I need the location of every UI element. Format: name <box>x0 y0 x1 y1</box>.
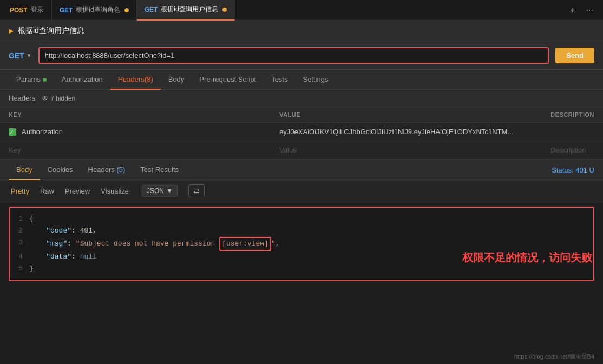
tab-params-label: Params <box>16 75 41 83</box>
line-num-4: 4 <box>10 251 29 263</box>
format-visualize[interactable]: Visualize <box>99 186 131 196</box>
url-bar: GET ▼ Send <box>0 42 603 70</box>
tab-body-label: Body <box>168 75 185 83</box>
tab-settings-label: Settings <box>303 75 328 83</box>
row1-key: Authorization <box>22 128 63 136</box>
tab-tests-label: Tests <box>271 75 287 83</box>
row1-value: eyJ0eXAiOiJKV1QiLCJhbGciOiJIUzI1NiJ9.eyJ… <box>271 123 542 141</box>
row2-value: Value <box>271 141 542 160</box>
response-test-results-label: Test Results <box>140 166 179 174</box>
eye-icon: 👁 <box>42 95 48 102</box>
wrap-button[interactable]: ⇄ <box>188 184 205 197</box>
response-headers-label: Headers <box>88 166 115 174</box>
headers-section-header: Headers 👁 7 hidden <box>0 90 603 107</box>
tab-authorization[interactable]: Authorization <box>54 70 110 90</box>
tab-actions: + ··· <box>567 3 601 17</box>
response-tab-headers[interactable]: Headers (5) <box>81 160 133 180</box>
code-line-3: 3 "msg": "Subject does not have permissi… <box>10 237 593 251</box>
response-cookies-label: Cookies <box>48 166 73 174</box>
method-dropdown-icon: ▼ <box>27 52 32 58</box>
url-input-wrapper <box>38 47 549 64</box>
code-content-3: "msg": "Subject does not have permission… <box>29 237 280 251</box>
tab-method-post: POST <box>10 6 28 14</box>
headers-label: Headers <box>9 94 35 102</box>
tab-pre-request-label: Pre-request Script <box>199 75 256 83</box>
more-tabs-button[interactable]: ··· <box>583 3 597 17</box>
col-value: VALUE <box>271 107 542 123</box>
tab-label-login: 登录 <box>31 5 44 15</box>
tab-body[interactable]: Body <box>161 70 192 90</box>
headers-table: KEY VALUE DESCRIPTION ✓ Authorization ey… <box>0 107 603 160</box>
format-pretty[interactable]: Pretty <box>9 186 31 196</box>
code-line-2: 2 "code": 401, <box>10 225 593 237</box>
response-body: Pretty Raw Preview Visualize JSON ▼ ⇄ 1 … <box>0 180 603 281</box>
tab-settings[interactable]: Settings <box>295 70 336 90</box>
tab-get-user[interactable]: GET 根据id查询用户信息 <box>137 0 235 21</box>
tab-post-login[interactable]: POST 登录 <box>2 0 52 21</box>
code-area: 1 { 2 "code": 401, 3 "msg": "Subject doe… <box>9 207 594 281</box>
format-select-arrow-icon: ▼ <box>166 187 173 195</box>
hidden-count: 👁 7 hidden <box>42 95 75 102</box>
row2-desc: Description <box>542 141 603 160</box>
code-line-1: 1 { <box>10 213 593 225</box>
response-bar: Body Cookies Headers (5) Test Results St… <box>0 160 603 180</box>
response-tab-body[interactable]: Body <box>9 160 40 180</box>
tab-method-get2: GET <box>145 6 158 14</box>
tab-label-role: 根据id查询角色 <box>76 5 120 15</box>
line-num-3: 3 <box>10 237 29 251</box>
request-title-text: 根据id查询用户信息 <box>18 26 84 36</box>
tab-headers[interactable]: Headers(8) <box>110 70 161 90</box>
table-row: ✓ Authorization eyJ0eXAiOiJKV1QiLCJhbGci… <box>0 123 603 141</box>
line-num-2: 2 <box>10 225 29 237</box>
title-arrow-icon: ▶ <box>9 27 14 35</box>
row2-key: Key <box>9 146 21 154</box>
code-content-2: "code": 401, <box>29 225 97 237</box>
tab-dot-user <box>222 8 227 12</box>
annotation-text: 权限不足的情况，访问失败 <box>462 250 592 265</box>
headers-badge: (8) <box>145 75 153 83</box>
send-button[interactable]: Send <box>555 48 594 63</box>
response-tab-test-results[interactable]: Test Results <box>133 160 186 180</box>
response-body-label: Body <box>16 166 32 174</box>
format-raw[interactable]: Raw <box>38 186 56 196</box>
tab-dot-role <box>124 8 129 12</box>
params-dot <box>43 78 47 82</box>
method-selector[interactable]: GET ▼ <box>9 51 32 60</box>
col-description: DESCRIPTION <box>542 107 603 123</box>
code-content-4: "data": null <box>29 251 97 263</box>
table-row: Key Value Description <box>0 141 603 160</box>
tab-pre-request[interactable]: Pre-request Script <box>192 70 264 90</box>
status-info: Status: 401 U <box>552 166 594 174</box>
tab-method-get1: GET <box>60 6 73 14</box>
tab-tests[interactable]: Tests <box>264 70 295 90</box>
url-input[interactable] <box>45 51 543 59</box>
method-label: GET <box>9 51 24 60</box>
nav-tabs: Params Authorization Headers(8) Body Pre… <box>0 70 603 90</box>
row1-checkbox[interactable]: ✓ <box>9 128 16 136</box>
add-tab-button[interactable]: + <box>567 3 578 17</box>
hidden-count-text: 7 hidden <box>50 95 75 102</box>
row1-key-cell: ✓ Authorization <box>0 123 271 141</box>
col-key: KEY <box>0 107 271 123</box>
tab-get-role[interactable]: GET 根据id查询角色 <box>52 0 137 21</box>
footer-url: https://blog.csdn.net/懒虫昆B4 <box>514 353 594 361</box>
tab-bar: POST 登录 GET 根据id查询角色 GET 根据id查询用户信息 + ··… <box>0 0 603 21</box>
tab-headers-label: Headers <box>118 75 145 83</box>
line-num-5: 5 <box>10 263 29 275</box>
response-content: 1 { 2 "code": 401, 3 "msg": "Subject doe… <box>0 207 603 281</box>
response-headers-badge: (5) <box>116 166 125 174</box>
request-title-bar: ▶ 根据id查询用户信息 <box>0 21 603 42</box>
tab-authorization-label: Authorization <box>62 75 103 83</box>
line-num-1: 1 <box>10 213 29 225</box>
row1-desc <box>542 123 603 141</box>
format-select-dropdown[interactable]: JSON ▼ <box>142 185 178 197</box>
format-select-label: JSON <box>147 187 164 195</box>
row2-key-cell: Key <box>0 141 271 160</box>
tab-label-user: 根据id查询用户信息 <box>161 5 218 14</box>
format-preview[interactable]: Preview <box>63 186 92 196</box>
response-tab-cookies[interactable]: Cookies <box>40 160 81 180</box>
tab-params[interactable]: Params <box>9 70 54 90</box>
format-bar: Pretty Raw Preview Visualize JSON ▼ ⇄ <box>0 180 603 202</box>
code-content-1: { <box>29 213 34 225</box>
code-content-5: } <box>29 263 34 275</box>
